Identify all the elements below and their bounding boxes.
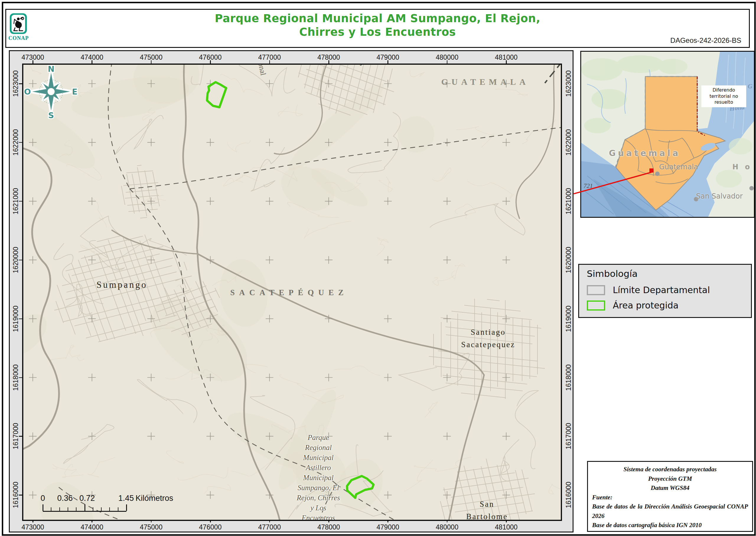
main-map-frame: 4730004730004740004740004750004750004760…	[9, 50, 574, 532]
y-tick-left	[19, 83, 22, 84]
scale-tick	[126, 504, 127, 511]
map-title-line1: Parque Regional Municipal AM Sumpango, E…	[6, 12, 749, 25]
legend-item-area-protegida: Área protegida	[587, 300, 678, 311]
y-axis-label-right: 1618000	[565, 364, 573, 391]
legend-swatch-protected-area	[587, 300, 605, 311]
scale-tick	[93, 507, 93, 511]
x-tick-top	[210, 60, 211, 63]
y-tick-left	[19, 318, 22, 319]
x-tick-top	[329, 60, 329, 63]
scale-tick	[59, 507, 60, 511]
inset-city-label: Guatemala	[659, 163, 698, 171]
main-map: N S E O Sumpango SACATEPÉQUEZ GUATEMALA …	[22, 63, 562, 521]
town-label-san-bartolome: San Bartolome	[466, 498, 508, 521]
scale-tick	[51, 507, 51, 511]
scale-bar-ruler	[43, 504, 126, 512]
y-tick-left	[19, 260, 22, 261]
protected-area-label-line: Astillero	[274, 463, 362, 473]
info-line-1: Sistema de coordenadas proyectadas	[592, 465, 748, 474]
map-title: Parque Regional Municipal AM Sumpango, E…	[6, 12, 749, 39]
x-axis-label-bottom: 477000	[258, 523, 281, 531]
scale-tick	[109, 507, 110, 511]
x-axis-label-bottom: 479000	[377, 523, 399, 531]
compass-s-label: S	[48, 111, 54, 120]
inset-location-map: Guatemala Guatemala San Salvador H o Hon…	[580, 51, 755, 218]
y-axis-label-right: 1623000	[565, 70, 573, 97]
y-tick-left	[19, 142, 22, 143]
map-title-line2: Chirres y Los Encuentros	[6, 25, 749, 39]
inset-honduras-label-fragment: H o	[732, 163, 752, 171]
legend: Simbología Límite Departamental Área pro…	[578, 264, 752, 318]
info-source-2: Base de datos cartografía básica IGN 201…	[592, 520, 748, 530]
y-axis-label-left: 1616000	[12, 482, 20, 509]
y-axis-label-right: 1620000	[565, 247, 573, 273]
protected-area-label-line: Municipal	[274, 473, 362, 483]
scale-tick	[101, 507, 102, 511]
department-label-guatemala: GUATEMALA	[441, 77, 529, 87]
scale-tick	[76, 507, 77, 511]
department-label-sacatepequez: SACATEPÉQUEZ	[230, 288, 348, 297]
y-tick-left	[19, 495, 22, 495]
x-tick-top	[92, 60, 92, 63]
compass-n-label: N	[48, 65, 55, 74]
y-axis-label-left: 1621000	[12, 188, 20, 215]
info-fuente-label: Fuente:	[592, 493, 748, 502]
legend-swatch-departmental	[587, 285, 605, 295]
y-axis-label-right: 1621000	[565, 188, 573, 215]
protected-area-label-line: Rejon, Chirres	[274, 493, 362, 503]
y-axis-label-right: 1622000	[565, 129, 573, 156]
info-source-1: Base de datos de la Dirección Análisis G…	[592, 502, 748, 520]
x-axis-label-bottom: 478000	[317, 523, 340, 531]
y-axis-label-right: 1617000	[565, 423, 573, 450]
inset-sea-label-fragment-2: G	[748, 83, 752, 90]
y-axis-label-right: 1616000	[565, 482, 573, 509]
scale-bar-labels: 0 0.36 0.72 1.45 Kilómetros	[43, 494, 131, 504]
protected-area-label-line: Parque	[274, 433, 362, 443]
x-tick-top	[269, 60, 270, 63]
y-axis-label-left: 1623000	[12, 70, 20, 97]
compass-e-label: E	[72, 87, 78, 96]
x-axis-label-bottom: 475000	[140, 523, 162, 531]
legend-item-limite-departamental: Límite Departamental	[587, 285, 710, 295]
x-axis-label-bottom: 476000	[199, 523, 222, 531]
x-axis-label-bottom: 480000	[436, 523, 458, 531]
legend-title: Simbología	[587, 268, 638, 279]
town-label-santiago-sacatepequez: Santiago Sacatepequez	[461, 326, 515, 351]
y-axis-label-left: 1617000	[12, 423, 20, 450]
scale-tick	[68, 507, 68, 511]
info-line-2: Proyección GTM	[592, 474, 748, 484]
scale-tick	[43, 504, 44, 511]
x-tick-top	[32, 60, 33, 63]
protected-area-label-line: y Los	[274, 503, 362, 513]
x-axis-label-bottom: 474000	[80, 523, 103, 531]
x-axis-label-bottom: 473000	[21, 523, 44, 531]
scale-bar: 0 0.36 0.72 1.45 Kilómetros	[43, 494, 131, 515]
x-axis-label-bottom: 481000	[495, 523, 518, 531]
y-axis-label-right: 1619000	[565, 306, 573, 332]
scale-tick	[84, 504, 85, 511]
coordinate-system-info-box: Sistema de coordenadas proyectadas Proye…	[587, 461, 753, 532]
inset-territorial-note: Diferendo territorial no resuelto	[701, 85, 746, 107]
protected-area-label-line: Sumpango, El	[274, 483, 362, 493]
x-tick-top	[151, 60, 152, 63]
x-tick-top	[506, 60, 507, 63]
compass-o-label: O	[24, 87, 31, 96]
protected-area-label-line: Municipal	[274, 453, 362, 463]
x-tick-top	[447, 60, 448, 63]
protected-area-label-line: Regional	[274, 443, 362, 453]
y-axis-label-left: 1618000	[12, 364, 20, 391]
y-axis-label-left: 1619000	[12, 306, 20, 332]
header: CONAP Parque Regional Municipal AM Sumpa…	[5, 9, 750, 48]
inset-san-salvador-label: San Salvador	[696, 192, 743, 200]
inset-guatemala-city-dot	[655, 172, 660, 176]
inset-country-label: Guatemala	[609, 148, 681, 158]
y-tick-left	[19, 201, 22, 202]
town-label-sumpango: Sumpango	[97, 280, 148, 290]
inset-area-marker	[649, 168, 653, 173]
y-axis-label-left: 1620000	[12, 247, 20, 273]
protected-area-label-line: Encuentros	[274, 513, 362, 521]
y-axis-label-left: 1622000	[12, 129, 20, 156]
y-tick-left	[19, 377, 22, 378]
town-label-xenacoj: Xenacoj	[331, 63, 363, 66]
info-line-3: Datum WGS84	[592, 484, 748, 493]
